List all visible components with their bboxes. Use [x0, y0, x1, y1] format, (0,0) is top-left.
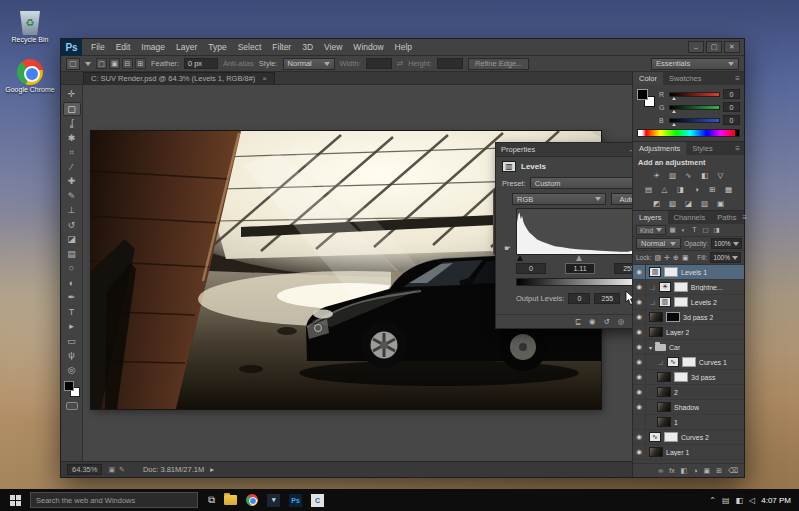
lock-position-icon[interactable]: ✛	[664, 254, 670, 262]
add-mask-icon[interactable]: ◧	[681, 467, 688, 475]
layer-visibility-toggle[interactable]: ◉	[633, 400, 646, 414]
layer-visibility-toggle[interactable]: ◉	[633, 310, 646, 324]
adjustment-thumbnail[interactable]: ☀	[659, 282, 671, 292]
gradient-map-icon[interactable]: ▥	[699, 198, 711, 208]
layer-row[interactable]: ◉▾Car	[633, 340, 744, 355]
foreground-background-swatches[interactable]	[64, 381, 80, 397]
shadow-input[interactable]: 0	[516, 263, 546, 274]
layer-row[interactable]: ◉∿Curves 2	[633, 430, 744, 445]
new-group-icon[interactable]: ▣	[704, 467, 711, 475]
tool-preset-caret[interactable]	[85, 62, 91, 66]
previous-state-icon[interactable]: ◉	[589, 317, 596, 326]
layer-visibility-toggle[interactable]: ◉	[633, 325, 646, 339]
output-high-input[interactable]: 255	[594, 293, 620, 304]
blur-tool[interactable]: ○	[63, 261, 81, 276]
posterize-icon[interactable]: ▧	[667, 198, 679, 208]
layer-thumbnail[interactable]	[657, 417, 671, 427]
type-tool[interactable]: T	[63, 305, 81, 320]
quick-mask-icon[interactable]	[66, 402, 78, 410]
reset-icon[interactable]: ↺	[604, 317, 610, 326]
input-levels-slider[interactable]	[516, 255, 632, 262]
link-layers-icon[interactable]: ∞	[658, 467, 663, 474]
taskbar-clock[interactable]: 4:07 PM	[761, 496, 791, 505]
chrome-taskbar-icon[interactable]	[246, 494, 258, 506]
pen-tool[interactable]: ✒	[63, 290, 81, 305]
start-button[interactable]	[0, 489, 30, 511]
properties-header[interactable]: Properties ↔≡	[496, 143, 632, 157]
intersect-selection-icon[interactable]: ⊞	[135, 58, 146, 69]
channel-mixer-icon[interactable]: ⊞	[707, 184, 719, 194]
marquee-tool[interactable]: ▢	[63, 102, 81, 117]
quick-selection-tool[interactable]: ✱	[63, 131, 81, 146]
layer-row[interactable]: ◉Layer 2	[633, 325, 744, 340]
channel-value[interactable]: 0	[723, 89, 740, 99]
workspace-dropdown[interactable]: Essentials	[651, 58, 739, 70]
layer-row[interactable]: ◉Shadow	[633, 400, 744, 415]
adjustment-thumbnail[interactable]: ▥	[649, 267, 661, 277]
swap-dimensions-icon[interactable]: ⇄	[397, 59, 403, 68]
layer-visibility-toggle[interactable]: ◉	[633, 355, 646, 369]
color-lookup-icon[interactable]: ▦	[723, 184, 735, 194]
filter-kind-dropdown[interactable]: Kind	[636, 225, 666, 235]
layer-mask-thumbnail[interactable]	[674, 297, 688, 307]
layer-row[interactable]: ◉▥Levels 1	[633, 265, 744, 280]
crop-tool[interactable]: ⌗	[63, 145, 81, 160]
feather-input[interactable]: 0 px	[184, 58, 218, 69]
channel-slider[interactable]	[669, 92, 720, 97]
layer-row[interactable]: ◉3d pass 2	[633, 310, 744, 325]
layer-visibility-toggle[interactable]: ◉	[633, 265, 646, 279]
shape-tool[interactable]: ▭	[63, 334, 81, 349]
adjustment-thumbnail[interactable]: ∿	[649, 432, 661, 442]
layer-visibility-toggle[interactable]: ◉	[633, 280, 646, 294]
brightness-contrast-icon[interactable]: ☀	[651, 170, 663, 180]
filter-shape-icon[interactable]: ▢	[701, 226, 710, 234]
canvas-area[interactable]: Properties ↔≡ ▥ Levels Preset: Custom	[83, 85, 632, 461]
channel-slider[interactable]	[669, 105, 720, 110]
layer-thumbnail[interactable]	[649, 327, 663, 337]
collapse-panel-icon[interactable]: ↔	[628, 145, 632, 154]
layer-visibility-toggle[interactable]: ◉	[633, 340, 646, 354]
desktop-icon-google-chrome[interactable]: Google Chrome	[4, 58, 56, 94]
new-layer-icon[interactable]: ⊞	[716, 467, 722, 475]
move-tool[interactable]: ✛	[63, 87, 81, 102]
status-menu-arrow[interactable]: ▸	[210, 465, 214, 474]
pen-pressure-icon[interactable]: ✎	[119, 466, 125, 474]
menu-help[interactable]: Help	[395, 42, 412, 52]
color-spectrum-bar[interactable]	[637, 129, 740, 137]
refine-edge-button[interactable]: Refine Edge...	[468, 58, 530, 70]
threshold-icon[interactable]: ◪	[683, 198, 695, 208]
new-adjustment-icon[interactable]: ◑	[693, 467, 697, 474]
height-input[interactable]	[437, 58, 463, 69]
style-dropdown[interactable]: Normal	[283, 58, 335, 70]
zoom-level-input[interactable]: 64.35%	[67, 464, 102, 475]
layer-thumbnail[interactable]	[657, 402, 671, 412]
channel-dropdown[interactable]: RGB	[512, 193, 606, 205]
document-tab[interactable]: C: SUV Render.psd @ 64.3% (Levels 1, RGB…	[83, 72, 275, 84]
tray-battery-icon[interactable]: ▤	[722, 496, 730, 505]
layer-row[interactable]: ◉2	[633, 385, 744, 400]
channel-slider[interactable]	[669, 118, 720, 123]
selective-color-icon[interactable]: ▣	[715, 198, 727, 208]
midtone-input[interactable]: 1.11	[565, 263, 595, 274]
preview-icon[interactable]: ▣	[108, 466, 115, 474]
channel-value[interactable]: 0	[723, 102, 740, 112]
hand-tool[interactable]: ψ	[63, 348, 81, 363]
invert-icon[interactable]: ◩	[651, 198, 663, 208]
document-close-icon[interactable]: ×	[262, 74, 267, 83]
brush-tool[interactable]: ✎	[63, 189, 81, 204]
path-selection-tool[interactable]: ▸	[63, 319, 81, 334]
tab-color[interactable]: Color	[633, 72, 663, 85]
foreground-background-swatches[interactable]	[637, 89, 655, 107]
layer-thumbnail[interactable]	[649, 447, 663, 457]
lock-transparent-icon[interactable]: ▨	[655, 254, 662, 262]
lasso-tool[interactable]: ʆ	[63, 116, 81, 131]
adjustment-thumbnail[interactable]: ∿	[667, 357, 679, 367]
layer-visibility-toggle[interactable]: ◉	[633, 370, 646, 384]
hue-saturation-icon[interactable]: ▤	[643, 184, 655, 194]
layer-visibility-toggle[interactable]: ◉	[633, 430, 646, 444]
targeted-adjustment-icon[interactable]: ☛	[502, 208, 513, 255]
tab-adjustments[interactable]: Adjustments	[633, 142, 686, 155]
app-tile-light[interactable]: C	[311, 494, 324, 507]
tray-network-icon[interactable]: ◧	[735, 496, 743, 505]
highlight-input[interactable]: 255	[614, 263, 632, 274]
